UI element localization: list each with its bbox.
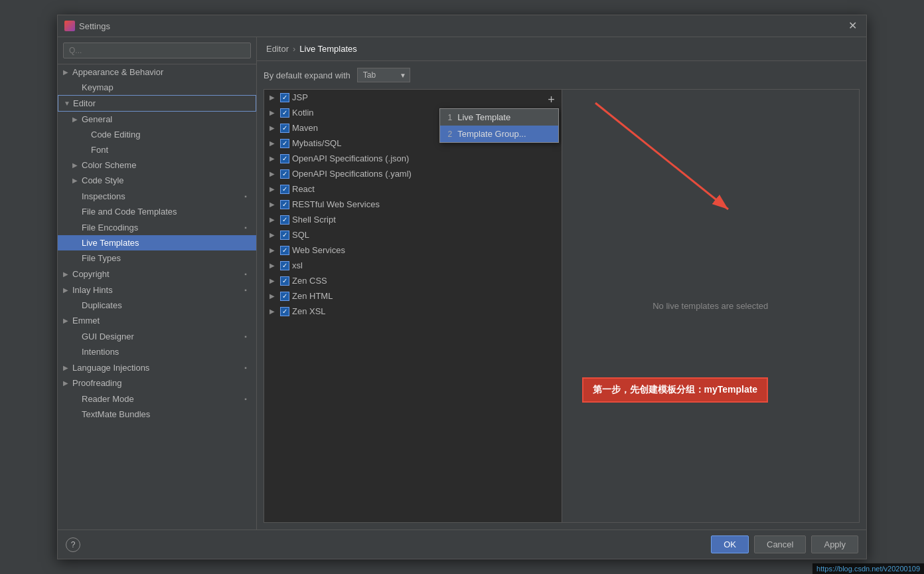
dropdown-item-num: 1 xyxy=(448,113,453,122)
sidebar-item-reader-mode[interactable]: Reader Mode ▪ xyxy=(58,391,256,407)
template-group-zen-html[interactable]: ▶ Zen HTML xyxy=(264,288,562,304)
sidebar-item-editor[interactable]: Editor xyxy=(58,95,256,112)
arrow-icon xyxy=(63,379,72,387)
checkbox-maven[interactable] xyxy=(280,124,289,133)
sidebar-item-gui-designer[interactable]: GUI Designer ▪ xyxy=(58,328,256,344)
chevron-right-icon: ▶ xyxy=(270,155,277,162)
sidebar-item-live-templates[interactable]: Live Templates xyxy=(58,235,256,250)
sidebar-item-general[interactable]: General xyxy=(58,112,256,127)
checkbox-sql[interactable] xyxy=(280,231,289,240)
sidebar-item-label: File Types xyxy=(82,253,251,263)
sidebar-item-label: Keymap xyxy=(82,82,251,92)
sidebar-item-label: Live Templates xyxy=(82,238,251,248)
template-group-react[interactable]: ▶ React xyxy=(264,181,562,197)
sidebar-item-emmet[interactable]: Emmet xyxy=(58,313,256,328)
template-list: ▶ JSP ▶ Kotlin xyxy=(264,90,562,522)
arrow-icon xyxy=(63,270,72,278)
close-button[interactable]: ✕ xyxy=(846,19,860,33)
badge-icon: ▪ xyxy=(240,362,251,373)
checkbox-mybatis[interactable] xyxy=(280,139,289,148)
template-group-restful[interactable]: ▶ RESTful Web Services xyxy=(264,197,562,212)
help-button[interactable]: ? xyxy=(66,537,80,552)
title-bar: Settings ✕ xyxy=(58,15,866,37)
checkbox-shell[interactable] xyxy=(280,215,289,225)
chevron-right-icon: ▶ xyxy=(270,170,277,177)
template-group-web-services[interactable]: ▶ Web Services xyxy=(264,242,562,258)
url-bar: https://blog.csdn.net/v20200109 xyxy=(812,563,924,574)
dropdown-item-num: 2 xyxy=(448,130,453,139)
add-button[interactable]: + xyxy=(544,92,559,107)
cancel-button[interactable]: Cancel xyxy=(754,535,806,553)
checkbox-xsl[interactable] xyxy=(280,261,289,270)
sidebar-item-label: Inlay Hints xyxy=(72,285,238,295)
template-group-openapi-json[interactable]: ▶ OpenAPI Specifications (.json) xyxy=(264,151,562,166)
arrow-icon xyxy=(63,286,72,294)
chevron-right-icon: ▶ xyxy=(270,216,277,223)
arrow-icon xyxy=(64,100,73,107)
sidebar-item-file-code-templates[interactable]: File and Code Templates xyxy=(58,204,256,219)
template-list-container: + 1 Live Template 2 Template Group... xyxy=(264,90,562,522)
checkbox-openapi-yaml[interactable] xyxy=(280,169,289,179)
breadcrumb-separator: › xyxy=(293,44,295,54)
chevron-right-icon: ▶ xyxy=(270,124,277,132)
sidebar-item-keymap[interactable]: Keymap xyxy=(58,80,256,95)
badge-icon: ▪ xyxy=(240,222,251,233)
sidebar-item-copyright[interactable]: Copyright ▪ xyxy=(58,266,256,282)
template-group-zen-css[interactable]: ▶ Zen CSS xyxy=(264,273,562,288)
expand-select[interactable]: Tab Enter Space xyxy=(357,68,410,82)
checkbox-react[interactable] xyxy=(280,185,289,194)
checkbox-openapi-json[interactable] xyxy=(280,154,289,163)
chevron-right-icon: ▶ xyxy=(270,201,277,208)
sidebar-item-intentions[interactable]: Intentions xyxy=(58,344,256,359)
chevron-right-icon: ▶ xyxy=(270,185,277,193)
sidebar-item-color-scheme[interactable]: Color Scheme xyxy=(58,157,256,173)
sidebar-item-appearance[interactable]: Appearance & Behavior xyxy=(58,64,256,80)
checkbox-kotlin[interactable] xyxy=(280,108,289,118)
checkbox-zen-html[interactable] xyxy=(280,292,289,301)
sidebar-item-label: Copyright xyxy=(72,269,238,279)
sidebar-item-label: Code Editing xyxy=(91,130,251,140)
sidebar-item-code-editing[interactable]: Code Editing xyxy=(58,127,256,142)
sidebar-item-file-types[interactable]: File Types xyxy=(58,250,256,266)
content-area: By default expand with Tab Enter Space ▼ xyxy=(257,61,866,529)
chevron-right-icon: ▶ xyxy=(270,277,277,284)
template-group-openapi-yaml[interactable]: ▶ OpenAPI Specifications (.yaml) xyxy=(264,166,562,181)
template-group-shell[interactable]: ▶ Shell Script xyxy=(264,212,562,227)
badge-icon: ▪ xyxy=(240,331,251,341)
badge-icon: ▪ xyxy=(240,393,251,404)
checkbox-zen-css[interactable] xyxy=(280,276,289,286)
template-group-jsp[interactable]: ▶ JSP xyxy=(264,90,562,105)
sidebar-item-inlay-hints[interactable]: Inlay Hints ▪ xyxy=(58,282,256,298)
sidebar-item-proofreading[interactable]: Proofreading xyxy=(58,375,256,391)
dropdown-item-template-group[interactable]: 2 Template Group... xyxy=(440,126,558,142)
main-content: Editor › Live Templates By default expan… xyxy=(257,37,866,529)
dropdown-item-label: Live Template xyxy=(457,112,510,122)
ok-button[interactable]: OK xyxy=(711,535,749,553)
checkbox-jsp[interactable] xyxy=(280,93,289,102)
sidebar-item-code-style[interactable]: Code Style xyxy=(58,173,256,188)
template-group-sql[interactable]: ▶ SQL xyxy=(264,227,562,242)
footer-left: ? xyxy=(66,537,80,552)
templates-panel: + 1 Live Template 2 Template Group... xyxy=(264,89,860,523)
help-label: ? xyxy=(71,540,76,549)
footer-right: OK Cancel Apply xyxy=(711,535,858,553)
sidebar-tree: Appearance & Behavior Keymap Editor Gene… xyxy=(58,64,256,529)
chevron-right-icon: ▶ xyxy=(270,246,277,254)
dropdown-item-live-template[interactable]: 1 Live Template xyxy=(440,109,558,126)
checkbox-restful[interactable] xyxy=(280,200,289,209)
sidebar-item-duplicates[interactable]: Duplicates xyxy=(58,298,256,313)
sidebar-item-language-injections[interactable]: Language Injections ▪ xyxy=(58,359,256,375)
sidebar-item-file-encodings[interactable]: File Encodings ▪ xyxy=(58,219,256,235)
arrow-icon xyxy=(72,177,82,184)
checkbox-web-services[interactable] xyxy=(280,246,289,255)
sidebar-item-inspections[interactable]: Inspections ▪ xyxy=(58,188,256,204)
breadcrumb-current: Live Templates xyxy=(299,44,356,54)
template-group-zen-xsl[interactable]: ▶ Zen XSL xyxy=(264,304,562,319)
checkbox-zen-xsl[interactable] xyxy=(280,307,289,316)
sidebar-item-font[interactable]: Font xyxy=(58,142,256,157)
template-group-xsl[interactable]: ▶ xsl xyxy=(264,258,562,273)
sidebar-item-label: Intentions xyxy=(82,347,251,357)
apply-button[interactable]: Apply xyxy=(811,535,858,553)
sidebar-item-textmate-bundles[interactable]: TextMate Bundles xyxy=(58,407,256,422)
search-input[interactable] xyxy=(63,43,251,58)
